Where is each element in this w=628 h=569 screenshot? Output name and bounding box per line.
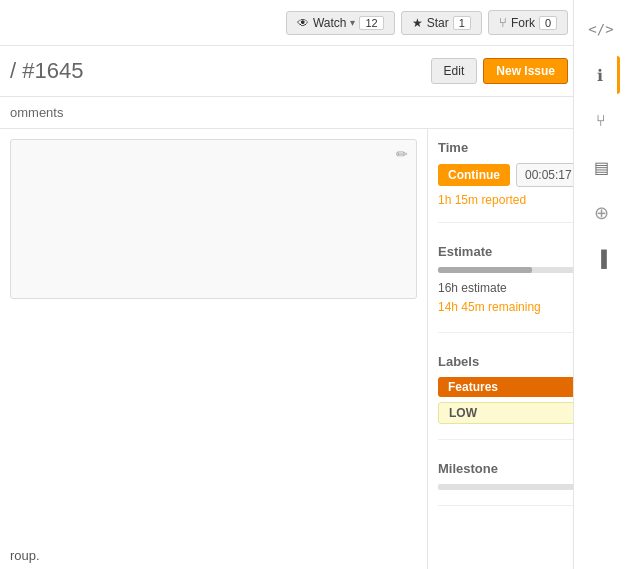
time-title: Time: [438, 140, 468, 155]
top-bar: 👁 Watch ▾ 12 Star 1 ⑂ Fork 0: [0, 0, 628, 46]
timer-display: 00:05:17: [516, 163, 581, 187]
star-count: 1: [453, 16, 471, 30]
content-area: ✏ roup.: [0, 129, 428, 569]
reported-label: reported: [481, 193, 526, 207]
timer-icon: ℹ: [597, 66, 603, 85]
book-icon-button[interactable]: ▤: [582, 148, 620, 186]
eye-icon: 👁: [297, 16, 309, 30]
page-title: / #1645: [10, 58, 83, 84]
code-icon: </>: [588, 21, 613, 37]
star-icon: [412, 16, 423, 30]
fork-label: Fork: [511, 16, 535, 30]
branch-icon-button[interactable]: ⑂: [582, 102, 620, 140]
watch-button[interactable]: 👁 Watch ▾ 12: [286, 11, 395, 35]
estimate-bar-fill: [438, 267, 532, 273]
star-label: Star: [427, 16, 449, 30]
edit-pencil-icon[interactable]: ✏: [396, 146, 408, 162]
continue-button[interactable]: Continue: [438, 164, 510, 186]
icon-panel: </> ℹ ⑂ ▤ ⊕ ▐: [573, 0, 628, 569]
header-actions: Edit New Issue: [431, 58, 568, 84]
chart-icon-button[interactable]: ▐: [582, 240, 620, 278]
plus-icon-button[interactable]: ⊕: [582, 194, 620, 232]
timer-icon-button[interactable]: ℹ: [582, 56, 620, 94]
new-issue-button[interactable]: New Issue: [483, 58, 568, 84]
main-layout: ✏ roup. Time ⚙ Continue 00:05:17 1h 15m …: [0, 129, 628, 569]
chart-icon: ▐: [595, 250, 606, 268]
fork-button[interactable]: ⑂ Fork 0: [488, 10, 568, 35]
watch-chevron-icon: ▾: [350, 17, 355, 28]
watch-label: Watch: [313, 16, 347, 30]
edit-button[interactable]: Edit: [431, 58, 478, 84]
reported-value: 1h 15m: [438, 193, 478, 207]
fork-count: 0: [539, 16, 557, 30]
labels-title: Labels: [438, 354, 479, 369]
page-header: / #1645 Edit New Issue: [0, 46, 628, 97]
book-icon: ▤: [594, 158, 609, 177]
milestone-title: Milestone: [438, 461, 498, 476]
sub-nav: omments: [0, 97, 628, 129]
watch-count: 12: [359, 16, 383, 30]
branch-icon: ⑂: [596, 112, 606, 130]
bottom-text: roup.: [10, 548, 40, 563]
fork-icon: ⑂: [499, 15, 507, 30]
star-button[interactable]: Star 1: [401, 11, 482, 35]
code-icon-button[interactable]: </>: [582, 10, 620, 48]
estimate-title: Estimate: [438, 244, 492, 259]
comment-box: ✏: [10, 139, 417, 299]
plus-icon: ⊕: [594, 202, 609, 224]
comments-label: omments: [10, 105, 63, 120]
